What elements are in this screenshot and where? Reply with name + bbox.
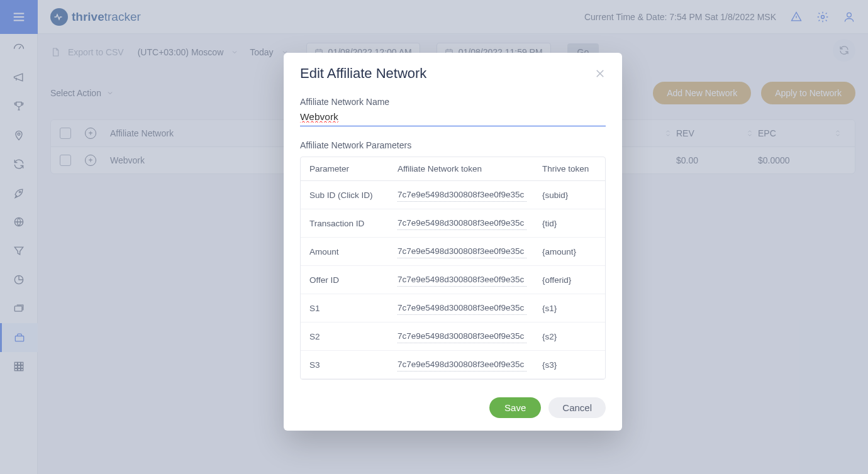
param-header: Parameter Affiliate Network token Thrive… xyxy=(301,157,605,181)
close-icon[interactable] xyxy=(594,68,606,79)
col-network-token: Affiliate Network token xyxy=(398,164,536,174)
param-token-input[interactable] xyxy=(398,188,526,202)
edit-network-modal: Edit Affiliate Network Affiliate Network… xyxy=(284,53,622,431)
param-thrive-token: {s1} xyxy=(542,304,596,313)
param-label: S2 xyxy=(309,332,391,341)
param-label: Transaction ID xyxy=(309,219,391,228)
param-row: Transaction ID{tid} xyxy=(301,209,605,238)
param-thrive-token: {s3} xyxy=(542,360,596,370)
col-thrive-token: Thrive token xyxy=(542,164,596,174)
param-label: S1 xyxy=(309,304,391,313)
cancel-button[interactable]: Cancel xyxy=(548,397,606,418)
param-token-input[interactable] xyxy=(398,301,526,315)
param-label: S3 xyxy=(309,360,391,370)
param-label: Amount xyxy=(309,247,391,256)
param-thrive-token: {s2} xyxy=(542,332,596,341)
param-label: Offer ID xyxy=(309,275,391,285)
modal-title: Edit Affiliate Network xyxy=(300,65,426,82)
param-row: S3{s3} xyxy=(301,351,605,379)
param-thrive-token: {offerid} xyxy=(542,275,596,285)
network-name-label: Affiliate Network Name xyxy=(300,97,606,107)
param-token-input[interactable] xyxy=(398,358,526,372)
param-token-input[interactable] xyxy=(398,329,526,343)
param-token-input[interactable] xyxy=(398,273,526,287)
param-row: S1{s1} xyxy=(301,294,605,322)
param-token-input[interactable] xyxy=(398,245,526,258)
param-thrive-token: {subid} xyxy=(542,190,596,200)
param-label: Sub ID (Click ID) xyxy=(309,190,391,200)
param-thrive-token: {tid} xyxy=(542,219,596,228)
col-parameter: Parameter xyxy=(309,164,391,174)
param-thrive-token: {amount} xyxy=(542,247,596,256)
network-name-input[interactable] xyxy=(300,108,606,126)
param-row: Sub ID (Click ID){subid} xyxy=(301,181,605,209)
param-row: Offer ID{offerid} xyxy=(301,266,605,294)
param-row: S2{s2} xyxy=(301,322,605,351)
parameters-label: Affiliate Network Parameters xyxy=(300,140,606,150)
parameters-table: Parameter Affiliate Network token Thrive… xyxy=(300,157,606,380)
save-button[interactable]: Save xyxy=(489,397,541,418)
param-token-input[interactable] xyxy=(398,216,526,230)
param-row: Amount{amount} xyxy=(301,238,605,266)
